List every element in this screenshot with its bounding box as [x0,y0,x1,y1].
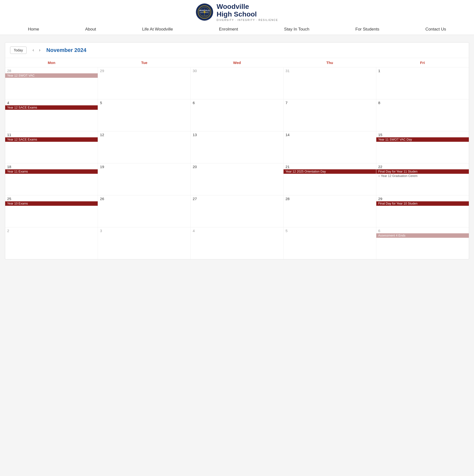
date-number: 28 [5,68,98,73]
cal-cell: 22 Final Day for Year 11 Studen ○ Year 1… [376,163,469,195]
cal-cell: 13 [191,131,284,163]
date-number: 4 [5,100,98,105]
event-bar[interactable]: Year 12 SACE Exams [5,105,98,110]
cal-cell: 15 Year 11 SWOT VAC Day [376,131,469,163]
month-title: November 2024 [46,47,86,53]
cal-cell: 18 Year 11 Exams [5,163,98,195]
week-row: 11 Year 12 SACE Exams 12 13 14 [5,131,469,163]
nav-enrolment[interactable]: Enrolment [215,24,242,35]
nav-home[interactable]: Home [24,24,44,35]
school-name-line2: High School [217,11,278,18]
logo-area: WOODVILLE HIGH SCHOOL FOR THE AIM Woodvi… [196,3,278,21]
main-nav: Home About Life At Woodville Enrolment S… [0,24,474,35]
day-header-fri: Fri [376,58,469,68]
date-number: 8 [376,100,469,105]
nav-stay[interactable]: Stay In Touch [280,24,314,35]
next-month-button[interactable]: › [37,47,42,53]
cal-cell: 2 [5,227,98,259]
date-number: 28 [284,195,376,201]
week-row: 4 Year 12 SACE Exams 5 6 7 [5,99,469,131]
date-number: 31 [284,68,376,73]
date-number: 30 [191,68,283,73]
cal-cell: 21 Year 12 2025 Orientation Day [283,163,376,195]
cal-cell: 19 [98,163,191,195]
date-number: 15 [376,131,469,137]
day-header-wed: Wed [191,58,284,68]
date-number: 4 [191,227,283,233]
cal-cell: 29 Final Day for Year 10 Studen [376,195,469,227]
date-number: 21 [284,163,376,169]
calendar-header: Today ‹ › November 2024 [5,43,469,58]
date-number: 7 [284,100,376,105]
event-bar[interactable]: Year 12 SACE Exams [5,137,98,142]
date-number: 1 [376,68,469,73]
week-row: 28 Year 12 SWOT VAC 29 30 31 [5,67,469,99]
week-row: 2 3 4 5 6 Assessment 4 End [5,227,469,259]
cal-cell: 28 Year 12 SWOT VAC [5,67,98,99]
site-header: WOODVILLE HIGH SCHOOL FOR THE AIM Woodvi… [0,0,474,35]
nav-life[interactable]: Life At Woodville [137,24,177,35]
date-number: 26 [98,195,190,201]
school-name-line1: Woodville [217,3,278,11]
date-number: 14 [284,131,376,137]
week-row: 18 Year 11 Exams 19 20 21 Year 12 2025 O… [5,163,469,195]
school-tagline: DIVERSITY · INTEGRITY · RESILIENCE [217,19,278,21]
date-number: 5 [98,100,190,105]
cal-cell: 4 [191,227,284,259]
cal-cell: 7 [283,99,376,131]
date-number: 13 [191,131,283,137]
cal-cell: 11 Year 12 SACE Exams [5,131,98,163]
date-number: 29 [98,68,190,73]
day-header-tue: Tue [98,58,191,68]
calendar-table: Mon Tue Wed Thu Fri 28 Year 12 SWOT VAC [5,58,469,259]
date-number: 6 [376,227,469,233]
date-number: 11 [5,131,98,137]
prev-month-button[interactable]: ‹ [31,47,36,53]
date-number: 6 [191,100,283,105]
cal-cell: 31 [283,67,376,99]
event-bar[interactable]: Year 12 SWOT VAC [5,73,98,78]
cal-cell: 4 Year 12 SACE Exams [5,99,98,131]
date-number: 29 [376,195,469,201]
nav-students[interactable]: For Students [351,24,384,35]
cal-cell: 26 [98,195,191,227]
event-bar[interactable]: Year 12 2025 Orientation Day [284,169,376,174]
cal-cell: 14 [283,131,376,163]
calendar-container: Today ‹ › November 2024 Mon Tue Wed Thu … [5,42,469,260]
date-number: 2 [5,227,98,233]
date-number: 27 [191,195,283,201]
event-bar[interactable]: Assessment 4 Ends [376,233,469,238]
day-header-mon: Mon [5,58,98,68]
today-button[interactable]: Today [10,47,27,54]
event-dot[interactable]: ○ Year 12 Graduation Cerem [376,174,469,178]
cal-cell: 5 [98,99,191,131]
cal-cell: 28 [283,195,376,227]
week-row: 25 Year 10 Exams 26 27 28 [5,195,469,227]
svg-text:FOR THE AIM: FOR THE AIM [201,15,207,16]
day-headers-row: Mon Tue Wed Thu Fri [5,58,469,68]
event-bar[interactable]: Year 11 SWOT VAC Day [376,137,469,142]
cal-cell: 6 Assessment 4 Ends [376,227,469,259]
event-bar[interactable]: Year 10 Exams [5,201,98,206]
calendar-wrapper: Today ‹ › November 2024 Mon Tue Wed Thu … [0,35,474,476]
cal-cell: 5 [283,227,376,259]
event-bar[interactable]: Final Day for Year 10 Studen [376,201,469,206]
nav-about[interactable]: About [81,24,101,35]
cal-cell: 20 [191,163,284,195]
cal-cell: 27 [191,195,284,227]
school-logo: WOODVILLE HIGH SCHOOL FOR THE AIM [196,3,213,21]
page-wrapper: WOODVILLE HIGH SCHOOL FOR THE AIM Woodvi… [0,0,474,476]
cal-cell: 3 [98,227,191,259]
date-number: 18 [5,163,98,169]
nav-contact[interactable]: Contact Us [421,24,450,35]
date-number: 5 [284,227,376,233]
event-bar[interactable]: Year 11 Exams [5,169,98,174]
date-number: 3 [98,227,190,233]
date-number: 20 [191,163,283,169]
cal-cell: 8 [376,99,469,131]
school-name: Woodville High School DIVERSITY · INTEGR… [217,3,278,21]
event-bar[interactable]: Final Day for Year 11 Studen [376,169,469,174]
date-number: 12 [98,131,190,137]
date-number: 25 [5,195,98,201]
cal-cell: 30 [191,67,284,99]
